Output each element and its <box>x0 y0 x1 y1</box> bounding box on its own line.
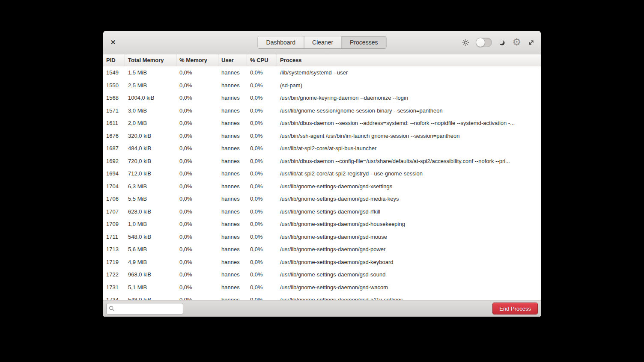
table-row[interactable]: 17065,5 MiB0,0%hannes0,0%/usr/lib/gnome-… <box>103 193 541 205</box>
cell-pid: 1706 <box>103 193 125 205</box>
titlebar-controls: ⚙ <box>462 38 535 47</box>
cell-memory: 4,9 MiB <box>125 256 176 269</box>
cell-memory: 712,0 kiB <box>125 167 176 180</box>
table-row[interactable]: 17091,0 MiB0,0%hannes0,0%/usr/lib/gnome-… <box>103 218 541 231</box>
cell-user: hannes <box>218 66 247 79</box>
table-row[interactable]: 17315,1 MiB0,0%hannes0,0%/usr/lib/gnome-… <box>103 281 541 294</box>
cell-mem_pct: 0,0% <box>176 231 218 243</box>
column-header-total-memory[interactable]: Total Memory <box>125 54 176 66</box>
cell-user: hannes <box>218 130 247 142</box>
cell-pid: 1713 <box>103 243 125 256</box>
cell-memory: 320,0 kiB <box>125 130 176 142</box>
column-header-cpu-pct[interactable]: % CPU <box>247 54 277 66</box>
cell-cpu_pct: 0,0% <box>247 104 277 117</box>
cell-mem_pct: 0,0% <box>176 256 218 269</box>
cell-memory: 968,0 kiB <box>125 268 176 281</box>
tab-dashboard[interactable]: Dashboard <box>258 36 304 48</box>
cell-mem_pct: 0,0% <box>176 218 218 231</box>
table-row[interactable]: 1692720,0 kiB0,0%hannes0,0%/usr/bin/dbus… <box>103 155 541 168</box>
search-icon <box>109 306 115 312</box>
table-row[interactable]: 1711548,0 kiB0,0%hannes0,0%/usr/lib/gnom… <box>103 231 541 243</box>
cell-process: /usr/bin/dbus-daemon --session --address… <box>277 117 541 130</box>
column-header-process[interactable]: Process <box>277 54 541 66</box>
table-row[interactable]: 1722968,0 kiB0,0%hannes0,0%/usr/lib/gnom… <box>103 268 541 281</box>
table-row[interactable]: 17046,3 MiB0,0%hannes0,0%/usr/lib/gnome-… <box>103 180 541 193</box>
cell-cpu_pct: 0,0% <box>247 167 277 180</box>
search-input[interactable] <box>116 306 181 312</box>
cell-process: /usr/lib/gnome-session/gnome-session-bin… <box>277 104 541 117</box>
cell-pid: 1687 <box>103 142 125 155</box>
cell-user: hannes <box>218 155 247 168</box>
cell-cpu_pct: 0,0% <box>247 243 277 256</box>
table-row[interactable]: 15713,0 MiB0,0%hannes0,0%/usr/lib/gnome-… <box>103 104 541 117</box>
cell-mem_pct: 0,0% <box>176 79 218 92</box>
cell-pid: 1734 <box>103 294 125 300</box>
cell-process: /usr/lib/at-spi2-core/at-spi-bus-launche… <box>277 142 541 155</box>
expand-icon[interactable] <box>528 39 535 46</box>
cell-process: /usr/bin/gnome-keyring-daemon --daemoniz… <box>277 92 541 104</box>
table-row[interactable]: 17194,9 MiB0,0%hannes0,0%/usr/lib/gnome-… <box>103 256 541 269</box>
table-row[interactable]: 17135,6 MiB0,0%hannes0,0%/usr/lib/gnome-… <box>103 243 541 256</box>
table-row[interactable]: 1687484,0 kiB0,0%hannes0,0%/usr/lib/at-s… <box>103 142 541 155</box>
cell-user: hannes <box>218 79 247 92</box>
cell-pid: 1731 <box>103 281 125 294</box>
table-row[interactable]: 16112,0 MiB0,0%hannes0,0%/usr/bin/dbus-d… <box>103 117 541 130</box>
cell-mem_pct: 0,0% <box>176 167 218 180</box>
cell-memory: 2,5 MiB <box>125 79 176 92</box>
tab-cleaner[interactable]: Cleaner <box>304 36 341 48</box>
cell-user: hannes <box>218 243 247 256</box>
cell-cpu_pct: 0,0% <box>247 256 277 269</box>
cell-user: hannes <box>218 92 247 104</box>
cell-memory: 6,3 MiB <box>125 180 176 193</box>
cell-cpu_pct: 0,0% <box>247 142 277 155</box>
dark-mode-toggle[interactable] <box>476 38 492 47</box>
cell-process: /usr/bin/ssh-agent /usr/bin/im-launch gn… <box>277 130 541 142</box>
cell-pid: 1571 <box>103 104 125 117</box>
footer-bar: End Process <box>103 300 541 317</box>
table-row[interactable]: 1734548,0 kiB0,0%hannes0,0%/usr/lib/gnom… <box>103 294 541 300</box>
cell-process: /usr/lib/gnome-settings-daemon/gsd-keybo… <box>277 256 541 269</box>
cell-cpu_pct: 0,0% <box>247 193 277 205</box>
cell-user: hannes <box>218 142 247 155</box>
search-box[interactable] <box>106 303 183 315</box>
cell-cpu_pct: 0,0% <box>247 79 277 92</box>
column-header-pid[interactable]: PID <box>103 54 125 66</box>
cell-pid: 1694 <box>103 167 125 180</box>
column-header-user[interactable]: User <box>218 54 247 66</box>
table-row[interactable]: 1676320,0 kiB0,0%hannes0,0%/usr/bin/ssh-… <box>103 130 541 142</box>
table-row[interactable]: 15502,5 MiB0,0%hannes0,0%(sd-pam) <box>103 79 541 92</box>
cell-cpu_pct: 0,0% <box>247 117 277 130</box>
cell-cpu_pct: 0,0% <box>247 155 277 168</box>
cell-user: hannes <box>218 167 247 180</box>
cell-pid: 1707 <box>103 205 125 218</box>
titlebar: ✕ Dashboard Cleaner Processes <box>103 31 541 54</box>
cell-mem_pct: 0,0% <box>176 268 218 281</box>
cell-pid: 1719 <box>103 256 125 269</box>
tab-processes[interactable]: Processes <box>341 36 386 48</box>
table-row[interactable]: 1707628,0 kiB0,0%hannes0,0%/usr/lib/gnom… <box>103 205 541 218</box>
cell-cpu_pct: 0,0% <box>247 294 277 300</box>
end-process-button[interactable]: End Process <box>492 303 538 315</box>
cell-mem_pct: 0,0% <box>176 193 218 205</box>
cell-memory: 484,0 kiB <box>125 142 176 155</box>
cell-cpu_pct: 0,0% <box>247 268 277 281</box>
column-header-memory-pct[interactable]: % Memory <box>176 54 218 66</box>
table-body: 15491,5 MiB0,0%hannes0,0%/lib/systemd/sy… <box>103 66 541 300</box>
gear-icon[interactable]: ⚙ <box>512 37 521 47</box>
cell-user: hannes <box>218 180 247 193</box>
close-button[interactable]: ✕ <box>109 38 117 47</box>
table-header: PID Total Memory % Memory User % CPU Pro… <box>103 54 541 66</box>
app-window: ✕ Dashboard Cleaner Processes <box>103 31 541 317</box>
table-row[interactable]: 15681004,0 kiB0,0%hannes0,0%/usr/bin/gno… <box>103 92 541 104</box>
table-row[interactable]: 15491,5 MiB0,0%hannes0,0%/lib/systemd/sy… <box>103 66 541 79</box>
cell-mem_pct: 0,0% <box>176 205 218 218</box>
cell-mem_pct: 0,0% <box>176 281 218 294</box>
cell-memory: 548,0 kiB <box>125 231 176 243</box>
cell-memory: 1004,0 kiB <box>125 92 176 104</box>
cell-memory: 5,6 MiB <box>125 243 176 256</box>
table-row[interactable]: 1694712,0 kiB0,0%hannes0,0%/usr/lib/at-s… <box>103 167 541 180</box>
cell-user: hannes <box>218 231 247 243</box>
cell-process: /usr/lib/gnome-settings-daemon/gsd-sound <box>277 268 541 281</box>
cell-mem_pct: 0,0% <box>176 92 218 104</box>
cell-pid: 1676 <box>103 130 125 142</box>
